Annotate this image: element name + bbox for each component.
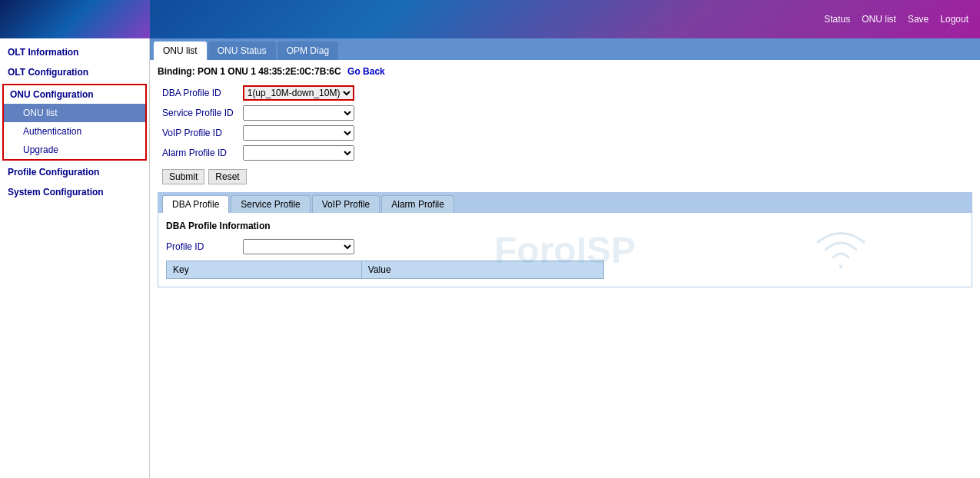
- dba-profile-id-label: DBA Profile ID: [158, 83, 238, 103]
- onu-list-link[interactable]: ONU list: [862, 14, 896, 25]
- voip-profile-id-select[interactable]: [243, 125, 354, 141]
- tab-opm-diag[interactable]: OPM Diag: [277, 41, 338, 60]
- status-link[interactable]: Status: [824, 14, 850, 25]
- profile-id-label: Profile ID: [166, 241, 243, 252]
- sidebar-item-olt-information[interactable]: OLT Information: [0, 42, 149, 62]
- profile-content: ForoISP DBA Profile Information Profile …: [158, 213, 972, 287]
- sidebar: OLT Information OLT Configuration ONU Co…: [0, 38, 150, 478]
- alarm-profile-id-label: Alarm Profile ID: [158, 143, 238, 163]
- profile-content-wrapper: ForoISP DBA Profile Information Profile …: [166, 221, 964, 279]
- tab-onu-list[interactable]: ONU list: [154, 41, 207, 60]
- table-header-value: Value: [361, 261, 603, 279]
- profile-tab-dba[interactable]: DBA Profile: [162, 195, 229, 213]
- profile-tab-alarm[interactable]: Alarm Profile: [381, 195, 454, 213]
- sidebar-subitem-onu-list[interactable]: ONU list: [4, 104, 145, 122]
- header-banner: [0, 0, 150, 38]
- binding-text: Binding: PON 1 ONU 1 48:35:2E:0C:7B:6C: [158, 66, 341, 77]
- main-content: ONU list ONU Status OPM Diag Binding: PO…: [150, 38, 980, 478]
- service-profile-id-select[interactable]: [243, 105, 354, 121]
- profile-section: DBA Profile Service Profile VoIP Profile…: [158, 192, 972, 287]
- save-link[interactable]: Save: [908, 14, 929, 25]
- sidebar-item-onu-configuration[interactable]: ONU Configuration: [4, 85, 145, 104]
- voip-profile-id-label: VoIP Profile ID: [158, 123, 238, 143]
- binding-info: Binding: PON 1 ONU 1 48:35:2E:0C:7B:6C G…: [158, 66, 972, 77]
- tab-onu-status[interactable]: ONU Status: [208, 41, 276, 60]
- dba-profile-id-select[interactable]: 1(up_10M-down_10M): [243, 85, 354, 101]
- sidebar-subitem-authentication[interactable]: Authentication: [4, 122, 145, 141]
- sidebar-subitem-upgrade[interactable]: Upgrade: [4, 141, 145, 159]
- header-nav: Status ONU list Save Logout: [824, 14, 968, 25]
- submit-button[interactable]: Submit: [162, 169, 204, 184]
- profile-tabs: DBA Profile Service Profile VoIP Profile…: [158, 193, 972, 213]
- sidebar-item-system-configuration[interactable]: System Configuration: [0, 182, 149, 202]
- profile-form: DBA Profile ID 1(up_10M-down_10M) Servic…: [158, 83, 359, 163]
- table-header-key: Key: [167, 261, 362, 279]
- content-area: Binding: PON 1 ONU 1 48:35:2E:0C:7B:6C G…: [150, 60, 980, 294]
- profile-id-select[interactable]: [243, 239, 354, 254]
- logout-link[interactable]: Logout: [940, 14, 968, 25]
- header: Status ONU list Save Logout: [0, 0, 980, 38]
- alarm-profile-id-select[interactable]: [243, 145, 354, 161]
- dba-profile-info-title: DBA Profile Information: [166, 221, 964, 231]
- profile-id-row: Profile ID: [166, 239, 964, 254]
- sidebar-item-olt-configuration[interactable]: OLT Configuration: [0, 62, 149, 82]
- main-layout: OLT Information OLT Configuration ONU Co…: [0, 38, 980, 478]
- reset-button[interactable]: Reset: [208, 169, 246, 184]
- go-back-link[interactable]: Go Back: [347, 66, 385, 77]
- sidebar-item-profile-configuration[interactable]: Profile Configuration: [0, 162, 149, 182]
- dba-info-table: Key Value: [166, 261, 604, 279]
- profile-tab-service[interactable]: Service Profile: [231, 195, 310, 213]
- service-profile-id-label: Service Profile ID: [158, 103, 238, 123]
- onu-config-section: ONU Configuration ONU list Authenticatio…: [2, 84, 147, 161]
- top-tabs: ONU list ONU Status OPM Diag: [150, 38, 980, 60]
- profile-tab-voip[interactable]: VoIP Profile: [312, 195, 380, 213]
- form-buttons: Submit Reset: [162, 169, 972, 184]
